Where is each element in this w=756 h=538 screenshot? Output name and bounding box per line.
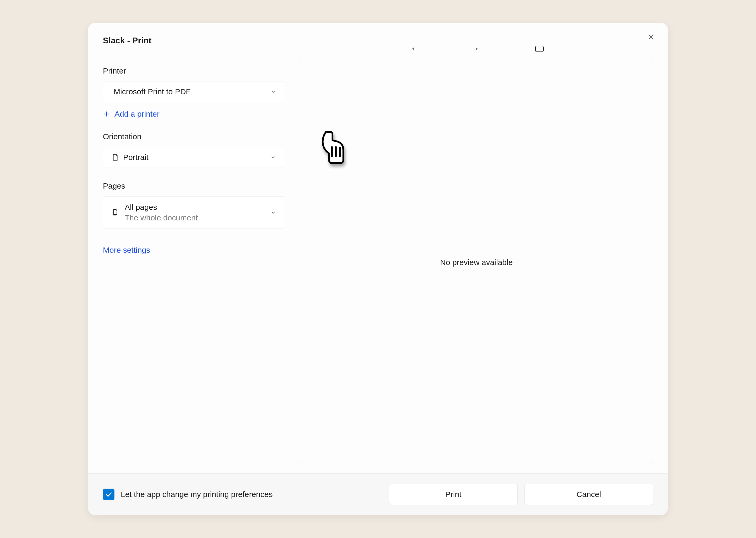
orientation-dropdown[interactable]: Portrait <box>103 147 284 168</box>
svg-marker-4 <box>412 47 414 51</box>
fullscreen-icon <box>535 45 544 52</box>
printer-dropdown[interactable]: Microsoft Print to PDF <box>103 81 284 102</box>
svg-rect-6 <box>536 46 543 52</box>
pages-icon <box>111 209 120 216</box>
preview-toolbar <box>300 36 653 62</box>
chevron-down-icon <box>270 88 276 95</box>
orientation-selected: Portrait <box>120 153 270 162</box>
add-printer-link[interactable]: Add a printer <box>103 110 284 119</box>
pages-dropdown[interactable]: All pages The whole document <box>103 196 284 229</box>
orientation-label: Orientation <box>103 132 284 141</box>
chevron-down-icon <box>270 154 276 161</box>
more-settings-link[interactable]: More settings <box>103 245 284 254</box>
settings-panel: Slack - Print Printer Microsoft Print to… <box>103 36 284 463</box>
dialog-body: Slack - Print Printer Microsoft Print to… <box>88 23 668 473</box>
pages-subtitle: The whole document <box>125 213 270 223</box>
fullscreen-button[interactable] <box>534 44 545 54</box>
svg-marker-5 <box>476 47 478 51</box>
next-page-button[interactable] <box>471 44 482 54</box>
dialog-title: Slack - Print <box>103 36 284 45</box>
triangle-right-icon <box>474 46 479 52</box>
printer-label: Printer <box>103 67 284 76</box>
add-printer-text: Add a printer <box>115 110 160 119</box>
preview-area: No preview available <box>300 62 653 463</box>
footer-buttons: Print Cancel <box>389 484 653 505</box>
printer-selected: Microsoft Print to PDF <box>111 87 270 96</box>
dialog-footer: Let the app change my printing preferenc… <box>88 473 668 515</box>
close-icon <box>647 33 654 40</box>
more-settings-text: More settings <box>103 245 150 254</box>
preferences-checkbox[interactable] <box>103 489 115 500</box>
preferences-checkbox-label: Let the app change my printing preferenc… <box>121 490 273 499</box>
triangle-left-icon <box>410 46 416 52</box>
preview-panel: No preview available <box>300 36 653 463</box>
checkmark-icon <box>105 491 112 498</box>
chevron-down-icon <box>270 209 276 216</box>
cancel-button[interactable]: Cancel <box>525 484 653 505</box>
plus-icon <box>103 110 110 118</box>
print-button[interactable]: Print <box>389 484 518 505</box>
preferences-checkbox-row: Let the app change my printing preferenc… <box>103 489 389 500</box>
pages-selected: All pages <box>125 202 270 213</box>
print-dialog: Slack - Print Printer Microsoft Print to… <box>88 23 668 515</box>
prev-page-button[interactable] <box>408 44 419 54</box>
portrait-icon <box>111 153 120 161</box>
preview-message: No preview available <box>440 258 513 267</box>
close-button[interactable] <box>645 30 657 43</box>
pages-label: Pages <box>103 182 284 190</box>
